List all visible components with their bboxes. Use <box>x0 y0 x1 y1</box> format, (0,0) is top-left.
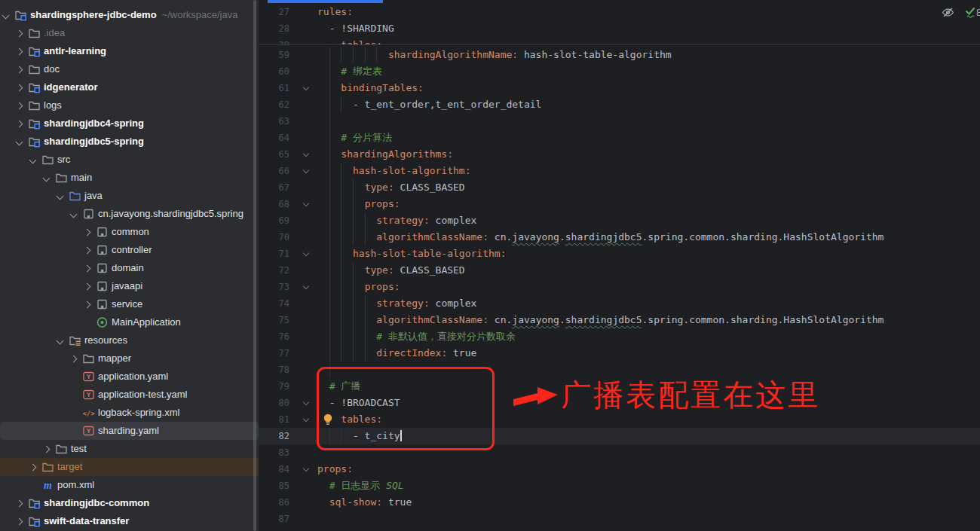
highlighting-eye-slash-icon[interactable] <box>942 6 954 22</box>
line-number[interactable]: 78 <box>259 362 289 378</box>
fold-chevron-icon[interactable] <box>303 399 309 405</box>
code-line-66[interactable]: 66hash-slot-algorithm: <box>259 163 980 179</box>
code-line-71[interactable]: 71hash-slot-table-algorithm: <box>259 246 980 262</box>
chevron-down-icon[interactable] <box>70 211 78 218</box>
sticky-line-29[interactable]: 29tables: <box>259 37 980 45</box>
chevron-right-icon[interactable] <box>84 301 91 309</box>
tree-item-resources[interactable]: resources <box>0 331 259 349</box>
tree-item-mapper[interactable]: mapper <box>0 349 259 368</box>
code-line-73[interactable]: 73props: <box>259 279 980 295</box>
chevron-right-icon[interactable] <box>16 121 23 128</box>
code-line-69[interactable]: 69strategy: complex <box>259 212 980 229</box>
chevron-right-icon[interactable] <box>16 30 23 38</box>
tree-item-shardingjdbc-common[interactable]: shardingjdbc-common <box>0 494 259 512</box>
code-line-86[interactable]: 86sql-show: true <box>259 494 980 511</box>
tree-item-shardingjdbc4-spring[interactable]: shardingjdbc4-spring <box>0 114 259 133</box>
line-number[interactable]: 82 <box>259 428 289 444</box>
chevron-right-icon[interactable] <box>16 500 23 508</box>
chevron-down-icon[interactable] <box>43 175 51 182</box>
code-line-76[interactable]: 76# 非默认值，直接对分片数取余 <box>259 328 980 345</box>
chevron-right-icon[interactable] <box>84 265 91 273</box>
line-number[interactable]: 68 <box>259 196 289 212</box>
line-number[interactable]: 71 <box>259 246 289 262</box>
tree-item-sharding-yaml[interactable]: Ysharding.yaml <box>0 422 259 440</box>
chevron-right-icon[interactable] <box>16 84 23 92</box>
chevron-right-icon[interactable] <box>84 247 91 255</box>
tree-item-shardingjdbc5-spring[interactable]: shardingjdbc5-spring <box>0 133 259 151</box>
chevron-right-icon[interactable] <box>29 464 37 471</box>
code-line-61[interactable]: 61bindingTables: <box>259 80 980 96</box>
code-line-63[interactable]: 63 <box>259 113 980 130</box>
tree-item-target[interactable]: target <box>0 458 259 476</box>
inspections-ok-check-icon[interactable] <box>964 5 976 22</box>
tree-item-shardingsphere-jdbc-demo[interactable]: shardingsphere-jdbc-demo~/workspace/java <box>0 6 259 24</box>
line-number[interactable]: 84 <box>259 461 289 478</box>
fold-chevron-icon[interactable] <box>303 151 309 157</box>
line-number[interactable]: 28 <box>259 20 289 37</box>
code-line-60[interactable]: 60# 绑定表 <box>259 63 980 80</box>
code-line-59[interactable]: 59shardingAlgorithmName: hash-slot-table… <box>259 47 980 63</box>
line-number[interactable]: 60 <box>259 63 289 80</box>
code-area[interactable]: 59shardingAlgorithmName: hash-slot-table… <box>259 47 980 527</box>
tree-item-swift-data-transfer[interactable]: swift-data-transfer <box>0 512 259 530</box>
chevron-right-icon[interactable] <box>84 283 91 291</box>
tree-item-java[interactable]: java <box>0 187 259 205</box>
tree-item-mainapplication[interactable]: MainApplication <box>0 313 259 331</box>
line-number[interactable]: 81 <box>259 411 289 428</box>
line-number[interactable]: 69 <box>259 212 289 229</box>
fold-chevron-icon[interactable] <box>303 200 309 206</box>
code-line-67[interactable]: 67type: CLASS_BASED <box>259 179 980 196</box>
tree-item-src[interactable]: src <box>0 151 259 169</box>
chevron-right-icon[interactable] <box>16 66 23 74</box>
line-number[interactable]: 72 <box>259 262 289 279</box>
code-line-72[interactable]: 72type: CLASS_BASED <box>259 262 980 279</box>
line-number[interactable]: 87 <box>259 511 289 527</box>
tree-item-antlr-learning[interactable]: antlr-learning <box>0 42 259 60</box>
tree-item-application-yaml[interactable]: Yapplication.yaml <box>0 368 259 386</box>
line-number[interactable]: 79 <box>259 378 289 395</box>
tree-item-cn-javayong-shardingjdbc5-spring[interactable]: cn.javayong.shardingjdbc5.spring <box>0 205 259 223</box>
tree-item--idea[interactable]: .idea <box>0 24 259 42</box>
line-number[interactable]: 77 <box>259 345 289 362</box>
code-line-84[interactable]: 84props: <box>259 461 980 478</box>
tree-item-javaapi[interactable]: javaapi <box>0 277 259 295</box>
fold-chevron-icon[interactable] <box>303 250 309 256</box>
chevron-right-icon[interactable] <box>70 356 78 363</box>
code-line-77[interactable]: 77directIndex: true <box>259 345 980 362</box>
chevron-down-icon[interactable] <box>16 139 23 146</box>
line-number[interactable]: 70 <box>259 229 289 246</box>
code-line-87[interactable]: 87 <box>259 511 980 527</box>
line-number[interactable]: 73 <box>259 279 289 295</box>
line-number[interactable]: 75 <box>259 312 289 328</box>
tree-item-logs[interactable]: logs <box>0 96 259 114</box>
tree-item-test[interactable]: test <box>0 440 259 458</box>
tree-item-pom-xml[interactable]: mpom.xml <box>0 476 259 494</box>
sticky-line-27[interactable]: 27rules: <box>259 4 980 20</box>
tree-item-common[interactable]: common <box>0 223 259 241</box>
tree-item-doc[interactable]: doc <box>0 60 259 78</box>
tree-item-domain[interactable]: domain <box>0 259 259 277</box>
code-line-75[interactable]: 75algorithmClassName: cn.javayong.shardi… <box>259 312 980 328</box>
tree-item-application-test-yaml[interactable]: Yapplication-test.yaml <box>0 386 259 404</box>
line-number[interactable]: 62 <box>259 96 289 113</box>
code-line-62[interactable]: 62- t_ent_order,t_ent_order_detail <box>259 96 980 113</box>
tree-item-main[interactable]: main <box>0 169 259 187</box>
sticky-line-28[interactable]: 28- !SHARDING <box>259 20 980 37</box>
fold-chevron-icon[interactable] <box>303 84 309 90</box>
code-line-85[interactable]: 85# 日志显示 SQL <box>259 478 980 494</box>
chevron-right-icon[interactable] <box>16 48 23 56</box>
fold-chevron-icon[interactable] <box>303 283 309 289</box>
line-number[interactable]: 80 <box>259 395 289 411</box>
line-number[interactable]: 27 <box>259 4 289 20</box>
line-number[interactable]: 85 <box>259 478 289 494</box>
chevron-right-icon[interactable] <box>84 229 91 237</box>
line-number[interactable]: 86 <box>259 494 289 511</box>
code-line-65[interactable]: 65shardingAlgorithms: <box>259 146 980 163</box>
tree-item-logback-spring-xml[interactable]: </>logback-spring.xml <box>0 404 259 422</box>
line-number[interactable]: 67 <box>259 179 289 196</box>
chevron-right-icon[interactable] <box>43 446 51 453</box>
line-number[interactable]: 74 <box>259 295 289 312</box>
tree-item-service[interactable]: service <box>0 295 259 313</box>
line-number[interactable]: 65 <box>259 146 289 163</box>
code-line-68[interactable]: 68props: <box>259 196 980 212</box>
